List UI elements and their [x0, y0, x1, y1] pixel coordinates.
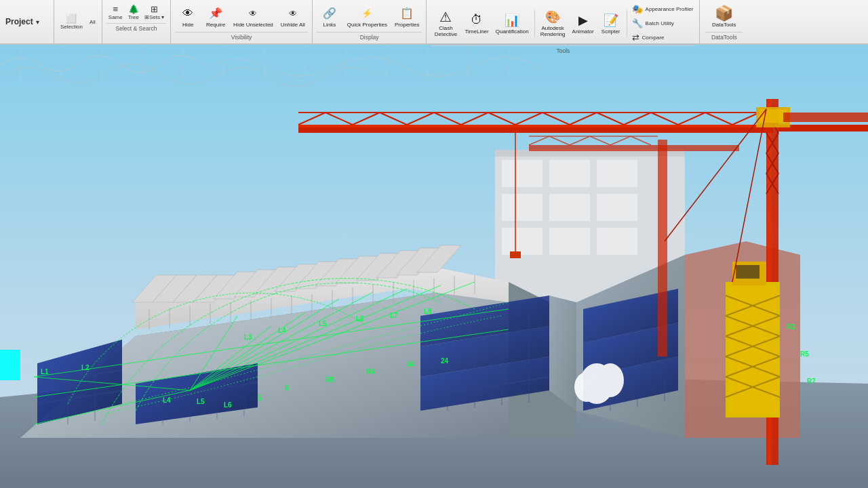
svg-rect-103: [0, 350, 20, 380]
svg-rect-170: [778, 125, 868, 131]
visibility-buttons: 👁 Hide 📌 Require 👁 Hide Unselected 👁 Unh…: [175, 3, 308, 30]
tools-label: Tools: [431, 45, 695, 54]
tools-buttons: ⚠ ClashDetective ⏱ TimeLiner 📊 Quantific…: [431, 3, 695, 44]
svg-rect-17: [549, 160, 590, 187]
sets-button[interactable]: ⊞ ⊞Sets ▾: [142, 3, 166, 22]
hide-unselected-button[interactable]: 👁 Hide Unselected: [231, 4, 276, 30]
project-dropdown-icon[interactable]: ▾: [36, 18, 39, 26]
appearance-profiler-button[interactable]: 🎭 Appearance Profiler: [630, 3, 696, 16]
svg-text:L8: L8: [424, 308, 432, 315]
svg-rect-176: [529, 145, 739, 151]
svg-rect-21: [597, 194, 637, 221]
quick-properties-button[interactable]: ⚡ Quick Properties: [344, 4, 390, 30]
select-search-label: Select & Search: [106, 23, 166, 32]
svg-text:L3: L3: [244, 333, 252, 341]
svg-text:R5: R5: [326, 376, 334, 384]
svg-text:L2: L2: [81, 364, 90, 371]
datatools-button[interactable]: 📦 DataTools: [705, 4, 743, 30]
svg-text:L1: L1: [41, 368, 49, 375]
3d-viewport[interactable]: L1 L2 L3 L4 L5 L6 L7 L8 L4 L5 L6 5 5 R5 …: [0, 45, 868, 488]
svg-text:R4: R4: [366, 368, 375, 375]
display-section: 🔗 Links ⚡ Quick Properties 📋 Properties …: [313, 0, 427, 43]
selection-area: ⬜ Selection All: [54, 0, 102, 43]
select-search-section: ≡ Same 🌲 Tree ⊞ ⊞Sets ▾ Select & Search: [102, 0, 171, 43]
datatools-section: 📦 DataTools DataTools: [700, 0, 748, 43]
svg-rect-174: [510, 251, 521, 258]
svg-rect-185: [729, 285, 776, 414]
batch-utility-button[interactable]: 🔧 Batch Utility: [630, 17, 696, 30]
compare-button[interactable]: ⇄ Compare: [630, 31, 696, 44]
svg-rect-175: [658, 140, 667, 357]
datatools-label: DataTools: [705, 32, 743, 41]
svg-text:R5: R5: [800, 350, 809, 358]
clash-detective-button[interactable]: ⚠ ClashDetective: [431, 7, 460, 39]
timeliner-button[interactable]: ⏱ TimeLiner: [462, 11, 491, 37]
svg-text:R7: R7: [807, 378, 816, 385]
select-search-buttons: ≡ Same 🌲 Tree ⊞ ⊞Sets ▾: [106, 3, 166, 22]
svg-rect-24: [597, 228, 637, 255]
svg-rect-18: [597, 160, 637, 187]
datatools-content: 📦 DataTools: [705, 3, 743, 30]
scene-svg: L1 L2 L3 L4 L5 L6 L7 L8 L4 L5 L6 5 5 R5 …: [0, 45, 868, 488]
require-button[interactable]: 📌 Require: [203, 4, 229, 30]
visibility-label: Visibility: [175, 32, 308, 41]
svg-text:24: 24: [441, 357, 449, 365]
svg-text:34: 34: [407, 361, 415, 368]
svg-text:L4: L4: [278, 327, 286, 334]
visibility-section: 👁 Hide 📌 Require 👁 Hide Unselected 👁 Unh…: [171, 0, 313, 43]
svg-rect-19: [502, 194, 542, 221]
autodesk-rendering-button[interactable]: 🎨 AutodeskRendering: [538, 7, 568, 39]
project-menu[interactable]: Project ▾: [0, 0, 54, 43]
tools-section: ⚠ ClashDetective ⏱ TimeLiner 📊 Quantific…: [427, 0, 700, 43]
svg-text:L6: L6: [356, 315, 364, 323]
ribbon-toolbar: Project ▾ ⬜ Selection All ≡ Same 🌲 Tree …: [0, 0, 868, 45]
svg-point-106: [574, 372, 599, 402]
svg-text:5: 5: [285, 384, 289, 392]
svg-rect-150: [298, 125, 773, 127]
unhide-all-button[interactable]: 👁 Unhide All: [278, 4, 308, 30]
svg-text:L6: L6: [224, 401, 232, 409]
project-label: Project: [5, 17, 33, 26]
tab-all[interactable]: All: [87, 18, 98, 26]
svg-text:L5: L5: [319, 320, 327, 327]
svg-rect-23: [549, 228, 590, 255]
tree-button[interactable]: 🌲 Tree: [126, 3, 141, 22]
svg-point-105: [597, 363, 624, 397]
appearance-tools: 🎭 Appearance Profiler 🔧 Batch Utility ⇄ …: [630, 3, 696, 44]
svg-text:L7: L7: [390, 312, 398, 319]
scripter-button[interactable]: 📝 Scripter: [598, 11, 624, 37]
display-buttons: 🔗 Links ⚡ Quick Properties 📋 Properties: [317, 3, 422, 30]
svg-text:L4: L4: [163, 396, 171, 404]
svg-text:R3: R3: [787, 323, 795, 331]
svg-rect-197: [736, 265, 760, 279]
tools-divider: [534, 10, 535, 37]
properties-button[interactable]: 📋 Properties: [392, 4, 422, 30]
links-button[interactable]: 🔗 Links: [317, 4, 342, 30]
svg-rect-198: [783, 113, 868, 122]
svg-rect-16: [502, 160, 542, 187]
animator-button[interactable]: ▶ Animator: [570, 11, 597, 37]
display-label: Display: [317, 32, 422, 41]
quantification-button[interactable]: 📊 Quantification: [493, 11, 532, 37]
svg-rect-22: [502, 228, 542, 255]
svg-text:5: 5: [258, 394, 262, 402]
tab-selection[interactable]: ⬜ Selection: [58, 12, 85, 31]
svg-rect-20: [549, 194, 590, 221]
svg-text:L5: L5: [197, 398, 205, 405]
same-button[interactable]: ≡ Same: [106, 3, 125, 22]
hide-button[interactable]: 👁 Hide: [175, 4, 201, 30]
tools-divider2: [627, 10, 627, 37]
